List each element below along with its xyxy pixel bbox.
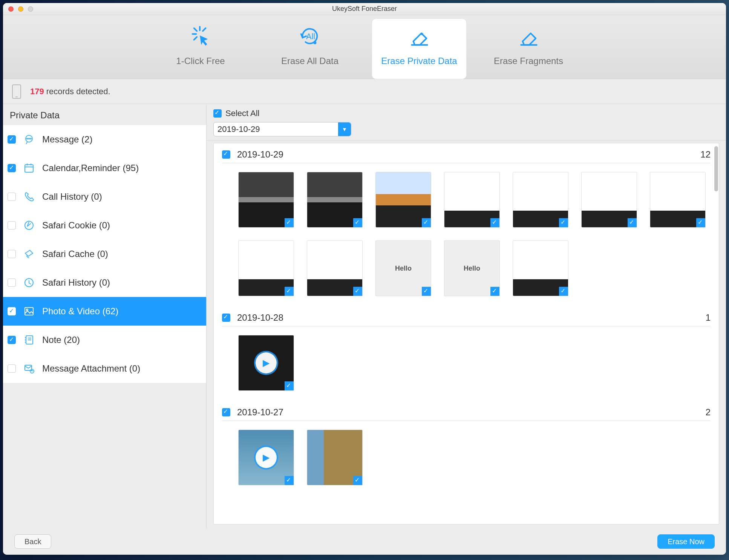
photo-thumbnail[interactable] bbox=[444, 172, 499, 227]
thumb-checkbox[interactable] bbox=[490, 287, 499, 296]
group-header[interactable]: 2019-10-2912 bbox=[222, 149, 711, 163]
group-date: 2019-10-29 bbox=[237, 149, 283, 160]
sidebar-checkbox[interactable] bbox=[8, 278, 16, 287]
sidebar-checkbox[interactable] bbox=[8, 164, 16, 172]
group-date: 2019-10-28 bbox=[237, 312, 283, 323]
records-count: 179 bbox=[30, 87, 44, 96]
main-split: Private Data Message (2)Calendar,Reminde… bbox=[3, 104, 726, 528]
thumb-checkbox[interactable] bbox=[353, 287, 362, 296]
photo-thumbnail[interactable] bbox=[239, 241, 294, 296]
photo-thumbnail[interactable] bbox=[444, 241, 499, 296]
thumb-checkbox[interactable] bbox=[422, 218, 431, 227]
tab-label: Erase All Data bbox=[281, 56, 338, 66]
group-header[interactable]: 2019-10-281 bbox=[222, 312, 711, 326]
sidebar-item[interactable]: Photo & Video (62) bbox=[3, 297, 206, 326]
svg-rect-14 bbox=[25, 165, 33, 172]
status-bar: 179 records detected. bbox=[3, 79, 726, 104]
thumb-checkbox[interactable] bbox=[285, 287, 294, 296]
photo-thumbnail[interactable] bbox=[307, 241, 362, 296]
group-count: 1 bbox=[706, 312, 711, 323]
tab-erase-fragments[interactable]: Erase Fragments bbox=[481, 19, 576, 79]
svg-point-6 bbox=[314, 41, 317, 44]
sidebar-checkbox[interactable] bbox=[8, 250, 16, 258]
select-all-row[interactable]: Select All bbox=[213, 109, 719, 118]
svg-line-2 bbox=[194, 28, 197, 31]
sidebar-item[interactable]: Message (2) bbox=[3, 125, 206, 154]
back-button[interactable]: Back bbox=[14, 534, 51, 549]
thumb-checkbox[interactable] bbox=[285, 218, 294, 227]
erase-now-button[interactable]: Erase Now bbox=[657, 534, 715, 549]
scrollbar[interactable] bbox=[714, 146, 718, 191]
svg-line-3 bbox=[203, 28, 206, 31]
sidebar-item[interactable]: Calendar,Reminder (95) bbox=[3, 154, 206, 182]
group-count: 12 bbox=[700, 149, 711, 160]
sidebar-item-label: Note (20) bbox=[42, 335, 80, 345]
sidebar-checkbox[interactable] bbox=[8, 307, 16, 315]
sidebar-item-label: Safari History (0) bbox=[42, 277, 110, 288]
sidebar-item[interactable]: Safari Cookie (0) bbox=[3, 211, 206, 240]
photo-thumbnail[interactable] bbox=[376, 241, 431, 296]
photo-thumbnail[interactable] bbox=[513, 241, 568, 296]
svg-line-4 bbox=[194, 37, 197, 40]
photo-thumbnail[interactable] bbox=[307, 172, 362, 227]
sidebar-checkbox[interactable] bbox=[8, 221, 16, 230]
photo-thumbnail[interactable] bbox=[513, 172, 568, 227]
sidebar-item-icon bbox=[23, 248, 35, 260]
thumb-checkbox[interactable] bbox=[628, 218, 637, 227]
sidebar-item[interactable]: Note (20) bbox=[3, 326, 206, 354]
main-toolbar: 1-Click Free All Erase All Data bbox=[3, 15, 726, 79]
sidebar-checkbox[interactable] bbox=[8, 135, 16, 144]
group-checkbox[interactable] bbox=[222, 408, 230, 416]
chevron-down-icon: ▼ bbox=[338, 122, 351, 136]
photo-thumbnail[interactable] bbox=[376, 172, 431, 227]
photo-thumbnail[interactable]: ▶ bbox=[239, 335, 294, 390]
photo-group: 2019-10-281▶ bbox=[214, 306, 719, 401]
thumb-grid bbox=[222, 163, 711, 299]
thumb-checkbox[interactable] bbox=[696, 218, 705, 227]
thumb-checkbox[interactable] bbox=[285, 381, 294, 390]
date-filter-select[interactable]: 2019-10-29 ▼ bbox=[213, 122, 351, 136]
thumb-checkbox[interactable] bbox=[490, 218, 499, 227]
thumb-checkbox[interactable] bbox=[285, 476, 294, 485]
erase-all-icon: All bbox=[298, 24, 322, 48]
svg-rect-20 bbox=[25, 308, 33, 315]
photo-group: 2019-10-272▶ bbox=[214, 401, 719, 496]
sidebar-checkbox[interactable] bbox=[8, 193, 16, 201]
sidebar-item[interactable]: Call History (0) bbox=[3, 182, 206, 211]
group-checkbox[interactable] bbox=[222, 150, 230, 159]
group-checkbox[interactable] bbox=[222, 314, 230, 322]
thumb-checkbox[interactable] bbox=[559, 287, 568, 296]
select-all-label: Select All bbox=[225, 109, 260, 118]
thumb-checkbox[interactable] bbox=[353, 476, 362, 485]
svg-point-12 bbox=[29, 138, 30, 139]
sidebar-item-label: Safari Cache (0) bbox=[42, 249, 108, 259]
photo-thumbnail[interactable]: ▶ bbox=[239, 430, 294, 485]
tab-erase-all-data[interactable]: All Erase All Data bbox=[263, 19, 357, 79]
titlebar: UkeySoft FoneEraser bbox=[3, 3, 726, 15]
sidebar-item[interactable]: Message Attachment (0) bbox=[3, 354, 206, 383]
sidebar-item[interactable]: Safari History (0) bbox=[3, 268, 206, 297]
eraser-fragments-icon bbox=[516, 24, 541, 48]
select-all-checkbox[interactable] bbox=[213, 109, 222, 118]
sidebar-item[interactable]: Safari Cache (0) bbox=[3, 240, 206, 268]
sidebar-checkbox[interactable] bbox=[8, 364, 16, 373]
sidebar-item-icon bbox=[23, 219, 35, 232]
photo-thumbnail[interactable] bbox=[650, 172, 705, 227]
eraser-icon bbox=[407, 24, 431, 48]
group-header[interactable]: 2019-10-272 bbox=[222, 407, 711, 421]
svg-point-29 bbox=[30, 369, 34, 373]
tab-1-click-free[interactable]: 1-Click Free bbox=[153, 19, 248, 79]
sidebar-item-label: Photo & Video (62) bbox=[42, 306, 118, 317]
photo-thumbnail[interactable] bbox=[307, 430, 362, 485]
thumb-checkbox[interactable] bbox=[422, 287, 431, 296]
photo-thumbnail[interactable] bbox=[239, 172, 294, 227]
photo-thumbnail[interactable] bbox=[582, 172, 637, 227]
thumb-checkbox[interactable] bbox=[353, 218, 362, 227]
sidebar-checkbox[interactable] bbox=[8, 336, 16, 344]
thumb-grid: ▶ bbox=[222, 326, 711, 393]
photo-list[interactable]: 2019-10-29122019-10-281▶2019-10-272▶ bbox=[213, 143, 719, 525]
tab-erase-private-data[interactable]: Erase Private Data bbox=[372, 19, 466, 79]
sidebar-item-label: Safari Cookie (0) bbox=[42, 220, 110, 231]
svg-point-8 bbox=[421, 33, 423, 35]
thumb-checkbox[interactable] bbox=[559, 218, 568, 227]
